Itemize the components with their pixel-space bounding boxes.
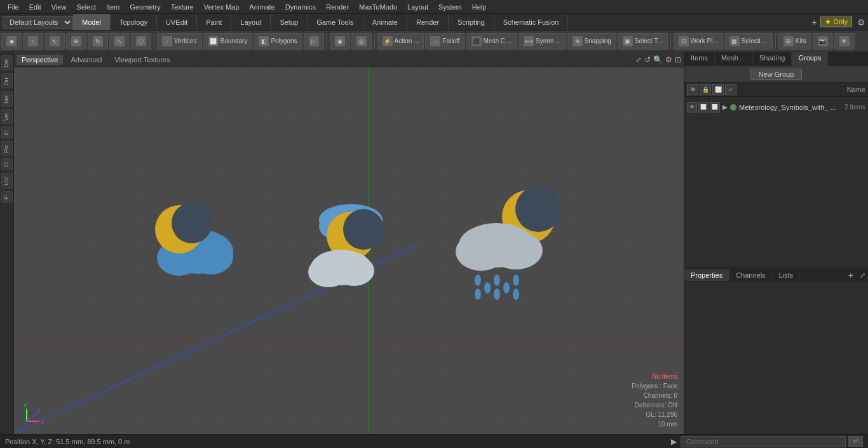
tool-select1[interactable]: ▷ [304, 33, 324, 50]
sidebar-tab-du[interactable]: Du: [1, 73, 13, 88]
tool-vertices[interactable]: ·Vertices [157, 33, 202, 50]
layout-tab-model[interactable]: Model [73, 14, 111, 30]
sidebar-tab-e[interactable]: E: [1, 126, 13, 139]
vp-tool-expand[interactable]: ⤢ [635, 55, 642, 64]
sidebar-tab-uv[interactable]: UV: [1, 173, 13, 189]
command-input[interactable] [681, 436, 846, 447]
sidebar-tab-po[interactable]: Po: [1, 141, 13, 156]
tool-select2[interactable]: ▣Select T... [618, 33, 668, 50]
tool-transform[interactable]: ⊕ [66, 33, 86, 50]
add-layout-button[interactable]: + [808, 16, 820, 29]
command-run-button[interactable]: ⏎ [848, 436, 863, 447]
tool-action[interactable]: ⚡Action ... [377, 33, 424, 50]
tool-symm[interactable]: ⟺Symm ... [519, 33, 566, 50]
tool-workpl[interactable]: ⊡Work Pl... [674, 33, 723, 50]
tool-falloff[interactable]: ⬦Falloff [425, 33, 465, 50]
vp-tool-maximize[interactable]: ⊡ [675, 55, 681, 64]
tool-camera[interactable]: 📷 [813, 33, 833, 50]
viewport-tab-textures[interactable]: Viewport Textures [109, 55, 175, 65]
menu-texture[interactable]: Texture [166, 2, 199, 12]
sidebar-tab-me[interactable]: Me: [1, 91, 13, 107]
rbt-expand-button[interactable]: ⤢ [857, 271, 868, 280]
group-row-lock[interactable]: ⬜ [698, 102, 709, 112]
menu-vertex-map[interactable]: Vertex Map [199, 2, 245, 12]
menu-dynamics[interactable]: Dynamics [280, 2, 321, 12]
group-header-check[interactable]: ✓ [725, 84, 736, 95]
right-tab-mesh[interactable]: Mesh ... [715, 52, 753, 66]
tool-toggle1[interactable]: ◉ [330, 33, 350, 50]
right-tab-groups[interactable]: Groups [792, 52, 828, 66]
group-row-check[interactable]: ⬜ [710, 102, 720, 112]
menu-maxtomodo[interactable]: MaxToModo [354, 2, 402, 12]
menu-animate[interactable]: Animate [244, 2, 280, 12]
right-tab-shading[interactable]: Shading [753, 52, 792, 66]
corner-gizmo: X Y Z [20, 402, 46, 428]
menu-file[interactable]: File [3, 2, 24, 12]
settings-button[interactable]: ⚙ [855, 16, 868, 29]
sidebar-tab-ve[interactable]: Ve: [1, 109, 13, 124]
layout-tab-setup[interactable]: Setup [271, 14, 308, 30]
group-header-lock[interactable]: 🔒 [700, 84, 711, 95]
tool-select3[interactable]: ▦Selecti ... [724, 33, 773, 50]
vp-tool-search[interactable]: 🔍 [653, 55, 663, 64]
tool-toggle2[interactable]: ◎ [351, 33, 372, 50]
tool-meshc[interactable]: ⬛Mesh C ... [466, 33, 518, 50]
vp-tool-settings[interactable]: ⚙ [665, 55, 672, 64]
group-header-eye[interactable]: 👁 [687, 84, 698, 95]
only-badge[interactable]: ★ Only [820, 17, 852, 27]
group-row-eye[interactable]: 👁 [687, 102, 697, 112]
layout-tab-paint[interactable]: Paint [197, 14, 231, 30]
menu-render[interactable]: Render [321, 2, 354, 12]
viewport-canvas[interactable]: X Y Z No Items Polygons : Face Channels:… [14, 67, 684, 434]
viewport-tab-advanced[interactable]: Advanced [65, 55, 107, 65]
layout-tab-uvedit[interactable]: UVEdit [157, 14, 197, 30]
rbt-add-button[interactable]: + [844, 270, 857, 280]
rbt-lists[interactable]: Lists [773, 269, 801, 281]
svg-point-12 [334, 255, 374, 286]
sidebar-tab-c[interactable]: C: [1, 158, 13, 170]
viewport-header: Perspective Advanced Viewport Textures ⤢… [14, 52, 684, 67]
menu-system[interactable]: System [433, 2, 467, 12]
menu-geometry[interactable]: Geometry [125, 2, 165, 12]
group-expand-icon[interactable]: ▶ [722, 104, 728, 111]
sidebar-tab-f[interactable]: F: [1, 191, 13, 203]
group-row[interactable]: 👁 ⬜ ⬜ ▶ Meteorology_Symbols_with_ ... 2 … [684, 97, 868, 118]
rbt-channels[interactable]: Channels [729, 269, 772, 281]
layout-tab-scripting[interactable]: Scripting [449, 14, 494, 30]
layout-tab-schematic[interactable]: Schematic Fusion [494, 14, 568, 30]
menu-edit[interactable]: Edit [24, 2, 46, 12]
layout-tab-layout[interactable]: Layout [231, 14, 271, 30]
layouts-dropdown[interactable]: Default Layouts [3, 16, 73, 29]
tool-rotate[interactable]: ↻ [88, 33, 108, 50]
new-group-button[interactable]: New Group [750, 69, 803, 80]
layout-tab-render[interactable]: Render [407, 14, 449, 30]
tool-polygons[interactable]: ◧Polygons [254, 33, 302, 50]
sidebar-tab-de[interactable]: De: [1, 55, 13, 71]
right-tab-items[interactable]: Items [684, 52, 715, 66]
vp-tool-reset[interactable]: ↺ [644, 55, 651, 64]
group-header-box[interactable]: ⬜ [712, 84, 724, 95]
tool-eye[interactable]: 👁 [834, 33, 855, 50]
menu-item[interactable]: Item [101, 2, 125, 12]
deformers-text: Deformers: ON [632, 400, 677, 410]
command-expand-left[interactable]: ▶ [670, 437, 678, 446]
menu-layout[interactable]: Layout [402, 2, 433, 12]
menu-view[interactable]: View [46, 2, 72, 12]
layout-tab-gametools[interactable]: Game Tools [308, 14, 363, 30]
layout-tab-topology[interactable]: Topology [111, 14, 157, 30]
tool-boundary[interactable]: ⬜Boundary [203, 33, 253, 50]
menu-select[interactable]: Select [71, 2, 101, 12]
menu-help[interactable]: Help [467, 2, 492, 12]
group-count-label: 2 Items [844, 104, 865, 111]
tool-cursor[interactable]: ↖ [44, 33, 65, 50]
tool-snapping[interactable]: ⊕Snapping [567, 33, 616, 50]
tool-shield[interactable]: ⬡ [131, 33, 151, 50]
tool-sphere[interactable]: ○ [23, 33, 43, 50]
layout-tab-animate[interactable]: Animate [363, 14, 407, 30]
new-group-bar: New Group [684, 66, 868, 83]
rbt-properties[interactable]: Properties [684, 269, 729, 281]
tool-kits[interactable]: ⊞Kits [778, 33, 811, 50]
viewport-tab-perspective[interactable]: Perspective [17, 55, 63, 65]
viewport-info: No Items Polygons : Face Channels: 0 Def… [632, 372, 677, 429]
tool-scale[interactable]: ⤡ [109, 33, 130, 50]
